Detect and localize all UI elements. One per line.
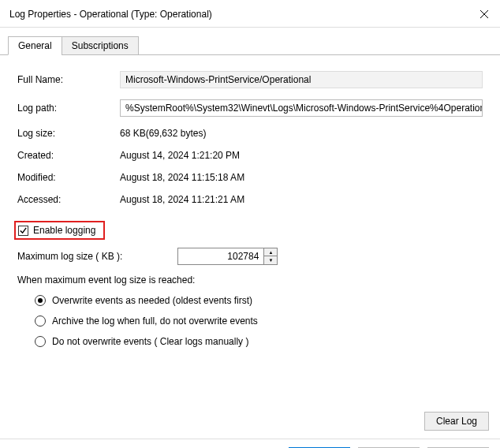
enable-logging-label: Enable logging: [33, 225, 95, 236]
spinner-up-icon[interactable]: ▲: [264, 248, 277, 256]
log-path-input[interactable]: %SystemRoot%\System32\Winevt\Logs\Micros…: [120, 99, 483, 117]
accessed-label: Accessed:: [17, 194, 120, 205]
created-value: August 14, 2024 1:21:20 PM: [120, 150, 489, 161]
full-name-value: Microsoft-Windows-PrintService/Operation…: [120, 71, 483, 88]
modified-value: August 18, 2024 11:15:18 AM: [120, 172, 489, 183]
log-size-value: 68 KB(69,632 bytes): [120, 128, 489, 139]
window-title: Log Properties - Operational (Type: Oper…: [9, 9, 212, 20]
radio-overwrite[interactable]: Overwrite events as needed (oldest event…: [35, 295, 489, 306]
spinner-down-icon[interactable]: ▼: [264, 256, 277, 264]
created-label: Created:: [17, 150, 120, 161]
radio-overwrite-label: Overwrite events as needed (oldest event…: [52, 295, 252, 306]
max-size-input[interactable]: 102784: [177, 248, 264, 265]
radio-archive[interactable]: Archive the log when full, do not overwr…: [35, 315, 489, 327]
accessed-value: August 18, 2024 11:21:21 AM: [120, 194, 489, 205]
radio-icon: [35, 295, 46, 306]
checkbox-icon: [18, 226, 28, 236]
tabs: General Subscriptions: [0, 28, 500, 55]
max-size-spinner[interactable]: ▲ ▼: [264, 248, 278, 265]
log-size-label: Log size:: [17, 128, 120, 139]
radio-do-not-overwrite[interactable]: Do not overwrite events ( Clear logs man…: [35, 336, 489, 347]
tab-subscriptions[interactable]: Subscriptions: [62, 36, 139, 55]
radio-icon: [35, 336, 46, 347]
close-icon[interactable]: [476, 6, 492, 22]
tab-general[interactable]: General: [8, 36, 62, 55]
log-path-label: Log path:: [17, 103, 120, 114]
modified-label: Modified:: [17, 172, 120, 183]
radio-do-not-overwrite-label: Do not overwrite events ( Clear logs man…: [52, 336, 248, 347]
clear-log-button[interactable]: Clear Log: [424, 412, 489, 431]
when-max-label: When maximum event log size is reached:: [17, 274, 489, 286]
max-size-label: Maximum log size ( KB ):: [17, 251, 122, 262]
enable-logging-checkbox[interactable]: Enable logging: [14, 221, 105, 240]
radio-icon: [35, 315, 46, 327]
radio-archive-label: Archive the log when full, do not overwr…: [52, 315, 258, 327]
full-name-label: Full Name:: [17, 74, 120, 85]
